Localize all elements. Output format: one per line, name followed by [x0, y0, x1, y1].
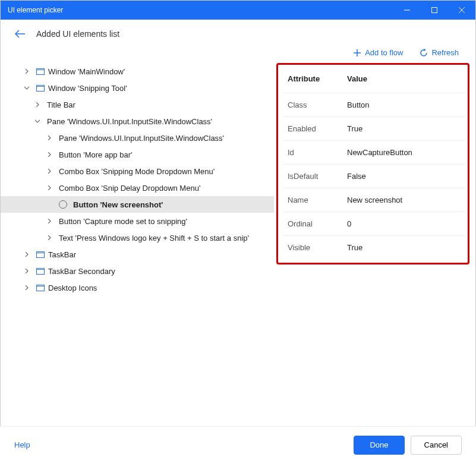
chevron-down-icon[interactable]	[35, 119, 43, 124]
property-name: Ordinal	[284, 212, 343, 236]
chevron-right-icon[interactable]	[24, 269, 33, 273]
cancel-button[interactable]: Cancel	[411, 436, 462, 455]
plus-icon	[353, 49, 361, 57]
tree-item[interactable]: Combo Box 'Snip Delay Dropdown Menu'	[1, 179, 274, 196]
chevron-right-icon[interactable]	[35, 102, 43, 107]
chevron-right-icon[interactable]	[47, 136, 55, 140]
tree-item-label: Text 'Press Windows logo key + Shift + S…	[59, 234, 249, 242]
tree-item-label: Combo Box 'Snipping Mode Dropdown Menu'	[59, 167, 215, 176]
property-value: NewCaptureButton	[343, 141, 465, 165]
window-icon	[36, 85, 45, 92]
tree-item[interactable]: Combo Box 'Snipping Mode Dropdown Menu'	[1, 163, 274, 179]
tree-item[interactable]: Pane 'Windows.UI.Input.InputSite.WindowC…	[1, 113, 274, 130]
add-to-flow-button[interactable]: Add to flow	[353, 48, 403, 57]
titlebar: UI element picker	[1, 1, 475, 20]
chevron-right-icon[interactable]	[47, 169, 55, 174]
tree-item-label: Desktop Icons	[48, 284, 97, 292]
tree-item[interactable]: Window 'MainWindow'	[1, 63, 274, 80]
tree-item[interactable]: TaskBar Secondary	[1, 263, 274, 279]
property-name: Class	[284, 93, 343, 117]
chevron-right-icon[interactable]	[47, 152, 55, 157]
toolbar: Add to flow Refresh	[1, 46, 475, 63]
col-value: Value	[343, 68, 465, 93]
property-value: True	[343, 117, 465, 141]
chevron-right-icon[interactable]	[47, 219, 55, 223]
property-row: IsDefaultFalse	[284, 165, 465, 188]
tree-item[interactable]: Title Bar	[1, 96, 274, 113]
tree-item[interactable]: Desktop Icons	[1, 279, 274, 296]
tree-item-label: Title Bar	[47, 100, 75, 109]
tree-item[interactable]: Button 'Capture mode set to snipping'	[1, 213, 274, 229]
back-arrow-icon[interactable]	[15, 30, 26, 38]
refresh-button[interactable]: Refresh	[420, 48, 459, 57]
window-title: UI element picker	[8, 6, 63, 14]
maximize-button[interactable]	[421, 1, 448, 20]
tree-item-label: Window 'MainWindow'	[48, 67, 125, 76]
done-button[interactable]: Done	[354, 436, 404, 455]
tree-view[interactable]: Window 'MainWindow'Window 'Snipping Tool…	[1, 63, 274, 418]
tree-item-label: Button 'Capture mode set to snipping'	[59, 217, 187, 226]
property-row: VisibleTrue	[284, 236, 465, 260]
property-row: IdNewCaptureButton	[284, 141, 465, 165]
chevron-right-icon[interactable]	[24, 285, 33, 290]
property-row: ClassButton	[284, 93, 465, 117]
tree-item[interactable]: Pane 'Windows.UI.Input.InputSite.WindowC…	[1, 130, 274, 146]
radio-icon[interactable]	[59, 200, 67, 209]
property-value: False	[343, 165, 465, 188]
chevron-down-icon[interactable]	[24, 86, 33, 90]
page-title: Added UI elements list	[36, 29, 119, 39]
subheader: Added UI elements list	[1, 20, 475, 46]
chevron-right-icon[interactable]	[24, 252, 33, 257]
col-attribute: Attribute	[284, 68, 343, 93]
add-to-flow-label: Add to flow	[365, 48, 403, 57]
property-value: New screenshot	[343, 188, 465, 212]
tree-item-label: TaskBar Secondary	[48, 267, 115, 276]
footer: Help Done Cancel	[0, 426, 476, 463]
property-name: Id	[284, 141, 343, 165]
tree-item-label: Pane 'Windows.UI.Input.InputSite.WindowC…	[47, 117, 212, 126]
help-link[interactable]: Help	[14, 440, 30, 449]
tree-item[interactable]: Button 'More app bar'	[1, 146, 274, 163]
tree-item-label: TaskBar	[48, 250, 76, 259]
minimize-button[interactable]	[393, 1, 421, 20]
tree-item-label: Combo Box 'Snip Delay Dropdown Menu'	[59, 184, 200, 193]
properties-panel: Attribute Value ClassButtonEnabledTrueId…	[276, 63, 469, 264]
property-name: IsDefault	[284, 165, 343, 188]
property-value: True	[343, 236, 465, 260]
tree-item[interactable]: TaskBar	[1, 246, 274, 263]
refresh-label: Refresh	[431, 48, 459, 57]
property-value: Button	[343, 93, 465, 117]
property-name: Name	[284, 188, 343, 212]
property-name: Enabled	[284, 117, 343, 141]
chevron-right-icon[interactable]	[47, 235, 55, 240]
refresh-icon	[420, 49, 428, 57]
svg-rect-1	[432, 8, 437, 13]
tree-item-label: Button 'More app bar'	[59, 150, 132, 159]
tree-item-label: Button 'New screenshot'	[73, 200, 163, 209]
chevron-right-icon[interactable]	[24, 69, 33, 74]
tree-item[interactable]: Button 'New screenshot'	[1, 196, 274, 213]
properties-table: Attribute Value ClassButtonEnabledTrueId…	[284, 68, 465, 259]
tree-item-label: Pane 'Windows.UI.Input.InputSite.WindowC…	[59, 134, 224, 143]
window-icon	[36, 68, 45, 75]
property-row: Ordinal0	[284, 212, 465, 236]
property-row: EnabledTrue	[284, 117, 465, 141]
tree-item[interactable]: Text 'Press Windows logo key + Shift + S…	[1, 229, 274, 246]
close-button[interactable]	[448, 1, 475, 20]
tree-item-label: Window 'Snipping Tool'	[48, 84, 127, 93]
window-icon	[36, 268, 45, 275]
window-icon	[36, 285, 45, 291]
tree-item[interactable]: Window 'Snipping Tool'	[1, 80, 274, 96]
window-icon	[36, 251, 45, 258]
property-name: Visible	[284, 236, 343, 260]
chevron-right-icon[interactable]	[47, 185, 55, 190]
property-value: 0	[343, 212, 465, 236]
property-row: NameNew screenshot	[284, 188, 465, 212]
